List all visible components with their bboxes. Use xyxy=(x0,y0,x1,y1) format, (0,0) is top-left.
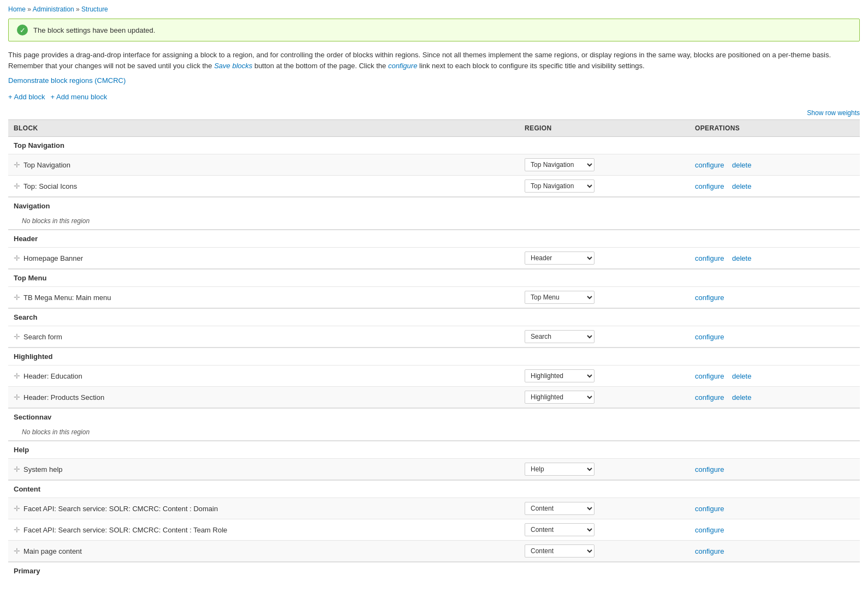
block-label: Main page content xyxy=(23,547,82,555)
show-row-weights-container: Show row weights xyxy=(8,109,860,117)
operations-cell: configure xyxy=(689,326,860,348)
show-row-weights-link[interactable]: Show row weights xyxy=(807,109,860,117)
configure-link[interactable]: configure xyxy=(695,547,724,555)
drag-handle-icon[interactable]: ✛ xyxy=(14,182,20,190)
block-label: Facet API: Search service: SOLR: CMCRC: … xyxy=(23,505,218,513)
table-row: ✛Main page contentTop NavigationNavigati… xyxy=(8,541,860,562)
region-name: Header xyxy=(8,230,860,248)
drag-handle-icon[interactable]: ✛ xyxy=(14,332,20,341)
drag-handle-icon[interactable]: ✛ xyxy=(14,254,20,262)
blocks-table: BLOCK REGION OPERATIONS Top Navigation✛T… xyxy=(8,119,860,579)
configure-link[interactable]: configure xyxy=(695,505,724,513)
operations-cell: configure delete xyxy=(689,366,860,387)
drag-handle-icon[interactable]: ✛ xyxy=(14,372,20,380)
block-cell: ✛System help xyxy=(8,459,519,481)
configure-link-desc[interactable]: configure xyxy=(388,62,417,70)
operations-cell: configure delete xyxy=(689,176,860,197)
block-label: Header: Products Section xyxy=(23,393,104,402)
block-cell: ✛Top Navigation xyxy=(8,154,519,176)
configure-link[interactable]: configure xyxy=(695,526,724,534)
drag-handle-icon[interactable]: ✛ xyxy=(14,465,20,474)
region-header: Navigation xyxy=(8,197,860,214)
configure-link[interactable]: configure xyxy=(695,254,724,262)
region-name: Primary xyxy=(8,562,860,579)
operations-cell: configure xyxy=(689,287,860,309)
region-select[interactable]: Top NavigationNavigationHeaderTop MenuSe… xyxy=(525,251,594,265)
block-cell: ✛Search form xyxy=(8,326,519,348)
save-blocks-link[interactable]: Save blocks xyxy=(214,62,252,70)
configure-link[interactable]: configure xyxy=(695,372,724,380)
drag-handle-icon[interactable]: ✛ xyxy=(14,525,20,534)
delete-link[interactable]: delete xyxy=(732,254,751,262)
operations-cell: configure delete xyxy=(689,248,860,269)
region-header: Primary xyxy=(8,562,860,579)
block-cell: ✛Header: Products Section xyxy=(8,387,519,409)
region-select[interactable]: Top NavigationNavigationHeaderTop MenuSe… xyxy=(525,544,594,558)
block-cell: ✛Header: Education xyxy=(8,366,519,387)
region-cell: Top NavigationNavigationHeaderTop MenuSe… xyxy=(519,248,689,269)
success-text: The block settings have been updated. xyxy=(33,26,155,34)
block-cell: ✛Main page content xyxy=(8,541,519,562)
region-cell: Top NavigationNavigationHeaderTop MenuSe… xyxy=(519,498,689,519)
drag-handle-icon[interactable]: ✛ xyxy=(14,160,20,169)
breadcrumb: Home » Administration » Structure xyxy=(8,5,860,13)
drag-handle-icon[interactable]: ✛ xyxy=(14,547,20,555)
configure-link[interactable]: configure xyxy=(695,161,724,169)
table-row: ✛Top NavigationTop NavigationNavigationH… xyxy=(8,154,860,176)
region-header: Help xyxy=(8,441,860,459)
add-block-button[interactable]: + Add block xyxy=(8,93,45,101)
empty-region-row: No blocks in this region xyxy=(8,426,860,441)
region-select[interactable]: Top NavigationNavigationHeaderTop MenuSe… xyxy=(525,291,594,304)
breadcrumb-admin[interactable]: Administration xyxy=(33,5,74,13)
col-header-operations: OPERATIONS xyxy=(689,120,860,137)
drag-handle-icon[interactable]: ✛ xyxy=(14,393,20,402)
table-row: ✛Homepage BannerTop NavigationNavigation… xyxy=(8,248,860,269)
operations-cell: configure xyxy=(689,541,860,562)
region-cell: Top NavigationNavigationHeaderTop MenuSe… xyxy=(519,541,689,562)
region-name: Search xyxy=(8,308,860,326)
block-label: Top: Social Icons xyxy=(23,182,77,190)
breadcrumb-structure[interactable]: Structure xyxy=(81,5,108,13)
add-menu-block-button[interactable]: + Add menu block xyxy=(51,93,108,101)
breadcrumb-home[interactable]: Home xyxy=(8,5,26,13)
configure-link[interactable]: configure xyxy=(695,182,724,190)
empty-region-row: No blocks in this region xyxy=(8,214,860,230)
region-cell: Top NavigationNavigationHeaderTop MenuSe… xyxy=(519,366,689,387)
region-select[interactable]: Top NavigationNavigationHeaderTop MenuSe… xyxy=(525,463,594,476)
configure-link[interactable]: configure xyxy=(695,465,724,474)
delete-link[interactable]: delete xyxy=(732,393,751,402)
table-row: ✛Search formTop NavigationNavigationHead… xyxy=(8,326,860,348)
region-select[interactable]: Top NavigationNavigationHeaderTop MenuSe… xyxy=(525,158,594,171)
block-cell: ✛Facet API: Search service: SOLR: CMCRC:… xyxy=(8,498,519,519)
block-label: Top Navigation xyxy=(23,161,70,169)
configure-link[interactable]: configure xyxy=(695,293,724,302)
delete-link[interactable]: delete xyxy=(732,161,751,169)
drag-handle-icon[interactable]: ✛ xyxy=(14,293,20,302)
success-icon: ✓ xyxy=(17,25,28,35)
delete-link[interactable]: delete xyxy=(732,372,751,380)
region-select[interactable]: Top NavigationNavigationHeaderTop MenuSe… xyxy=(525,502,594,515)
configure-link[interactable]: configure xyxy=(695,333,724,341)
block-cell: ✛Homepage Banner xyxy=(8,248,519,269)
region-header: Content xyxy=(8,480,860,498)
region-select[interactable]: Top NavigationNavigationHeaderTop MenuSe… xyxy=(525,369,594,382)
operations-cell: configure delete xyxy=(689,387,860,409)
demo-link[interactable]: Demonstrate block regions (CMCRC) xyxy=(8,76,860,85)
region-select[interactable]: Top NavigationNavigationHeaderTop MenuSe… xyxy=(525,330,594,343)
operations-cell: configure delete xyxy=(689,154,860,176)
region-cell: Top NavigationNavigationHeaderTop MenuSe… xyxy=(519,326,689,348)
block-cell: ✛TB Mega Menu: Main menu xyxy=(8,287,519,309)
configure-link[interactable]: configure xyxy=(695,393,724,402)
region-select[interactable]: Top NavigationNavigationHeaderTop MenuSe… xyxy=(525,179,594,193)
delete-link[interactable]: delete xyxy=(732,182,751,190)
table-header-row: BLOCK REGION OPERATIONS xyxy=(8,120,860,137)
actions-bar: + Add block + Add menu block xyxy=(8,93,860,101)
region-select[interactable]: Top NavigationNavigationHeaderTop MenuSe… xyxy=(525,391,594,404)
drag-handle-icon[interactable]: ✛ xyxy=(14,504,20,513)
block-label: Homepage Banner xyxy=(23,254,83,262)
operations-cell: configure xyxy=(689,519,860,541)
empty-region-text: No blocks in this region xyxy=(8,426,860,441)
region-select[interactable]: Top NavigationNavigationHeaderTop MenuSe… xyxy=(525,523,594,536)
table-row: ✛Facet API: Search service: SOLR: CMCRC:… xyxy=(8,519,860,541)
region-header: Sectionnav xyxy=(8,408,860,426)
